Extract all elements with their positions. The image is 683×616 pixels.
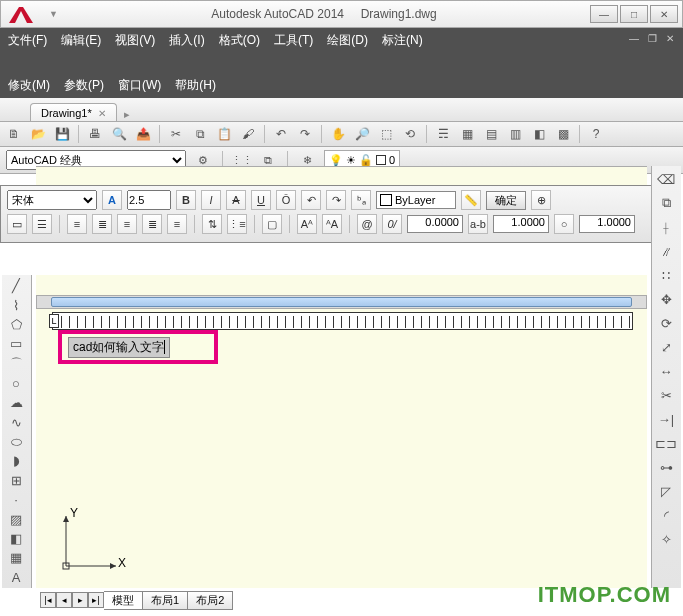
circle-icon[interactable]: ○ (4, 375, 28, 392)
properties-icon[interactable]: ☴ (433, 124, 453, 144)
hatch-icon[interactable]: ▨ (4, 510, 28, 527)
match-icon[interactable]: 🖌 (238, 124, 258, 144)
tab-add-icon[interactable]: ▸ (117, 108, 137, 121)
explode-icon[interactable]: ✧ (654, 528, 678, 550)
align-justify-button[interactable]: ≣ (142, 214, 162, 234)
close-button[interactable]: ✕ (650, 5, 678, 23)
align-center-button[interactable]: ≣ (92, 214, 112, 234)
underline-button[interactable]: U (251, 190, 271, 210)
calc-icon[interactable]: ▩ (553, 124, 573, 144)
menu-file[interactable]: 文件(F) (8, 32, 47, 49)
markup-icon[interactable]: ◧ (529, 124, 549, 144)
break-icon[interactable]: ⊏⊐ (654, 432, 678, 454)
chamfer-icon[interactable]: ◸ (654, 480, 678, 502)
offset-icon[interactable]: ⫽ (654, 240, 678, 262)
justify-button[interactable]: ☰ (32, 214, 52, 234)
spline-icon[interactable]: ∿ (4, 413, 28, 430)
menu-param[interactable]: 参数(P) (64, 77, 104, 94)
pan-icon[interactable]: ✋ (328, 124, 348, 144)
design-center-icon[interactable]: ▦ (457, 124, 477, 144)
preview-icon[interactable]: 🔍 (109, 124, 129, 144)
mirror-icon[interactable]: ⟊ (654, 216, 678, 238)
tab-close-icon[interactable]: ✕ (98, 108, 106, 119)
menu-modify[interactable]: 修改(M) (8, 77, 50, 94)
help-icon[interactable]: ? (586, 124, 606, 144)
options-button[interactable]: ⊕ (531, 190, 551, 210)
print-icon[interactable]: 🖶 (85, 124, 105, 144)
uppercase-button[interactable]: Aᴬ (297, 214, 317, 234)
document-tab[interactable]: Drawing1* ✕ (30, 103, 117, 121)
width-factor-input[interactable]: 1.0000 (579, 215, 635, 233)
italic-button[interactable]: I (201, 190, 221, 210)
open-icon[interactable]: 📂 (28, 124, 48, 144)
zoom-window-icon[interactable]: ⬚ (376, 124, 396, 144)
tool-palette-icon[interactable]: ▤ (481, 124, 501, 144)
table-icon[interactable]: ▦ (4, 549, 28, 566)
polyline-icon[interactable]: ⌇ (4, 296, 28, 313)
menu-draw[interactable]: 绘图(D) (327, 32, 368, 49)
layout-first-button[interactable]: |◂ (40, 592, 56, 608)
paste-icon[interactable]: 📋 (214, 124, 234, 144)
numbering-button[interactable]: ⋮≡ (227, 214, 247, 234)
child-restore-button[interactable]: ❐ (645, 32, 659, 44)
menu-view[interactable]: 视图(V) (115, 32, 155, 49)
copy-obj-icon[interactable]: ⧉ (654, 192, 678, 214)
text-height-input[interactable] (127, 190, 171, 210)
save-icon[interactable]: 💾 (52, 124, 72, 144)
menu-format[interactable]: 格式(O) (219, 32, 260, 49)
text-style-icon[interactable]: A (102, 190, 122, 210)
ok-button[interactable]: 确定 (486, 191, 526, 210)
columns-button[interactable]: ▭ (7, 214, 27, 234)
mtext-input-field[interactable]: cad如何输入文字​ (68, 337, 170, 358)
titlebar-arrow-icon[interactable]: ▼ (49, 9, 58, 19)
menu-edit[interactable]: 编辑(E) (61, 32, 101, 49)
layout-prev-button[interactable]: ◂ (56, 592, 72, 608)
bold-button[interactable]: B (176, 190, 196, 210)
menu-window[interactable]: 窗口(W) (118, 77, 161, 94)
menu-dimension[interactable]: 标注(N) (382, 32, 423, 49)
widthfactor-icon[interactable]: ○ (554, 214, 574, 234)
menu-insert[interactable]: 插入(I) (169, 32, 204, 49)
align-dist-button[interactable]: ≡ (167, 214, 187, 234)
lowercase-button[interactable]: ᴬA (322, 214, 342, 234)
child-minimize-button[interactable]: — (627, 32, 641, 44)
rectangle-icon[interactable]: ▭ (4, 335, 28, 352)
ellipse-arc-icon[interactable]: ◗ (4, 452, 28, 469)
revcloud-icon[interactable]: ☁ (4, 394, 28, 411)
arc-icon[interactable]: ⌒ (4, 355, 28, 373)
child-close-button[interactable]: ✕ (663, 32, 677, 44)
scale-icon[interactable]: ⤢ (654, 336, 678, 358)
align-right-button[interactable]: ≡ (117, 214, 137, 234)
block-icon[interactable]: ⊞ (4, 472, 28, 489)
menu-tools[interactable]: 工具(T) (274, 32, 313, 49)
join-icon[interactable]: ⊶ (654, 456, 678, 478)
move-icon[interactable]: ✥ (654, 288, 678, 310)
region-icon[interactable]: ◧ (4, 530, 28, 547)
ruler-toggle-button[interactable]: 📏 (461, 190, 481, 210)
overline-button[interactable]: Ō (276, 190, 296, 210)
fillet-icon[interactable]: ◜ (654, 504, 678, 526)
maximize-button[interactable]: □ (620, 5, 648, 23)
horizontal-scrollbar[interactable] (36, 295, 647, 309)
rotate-icon[interactable]: ⟳ (654, 312, 678, 334)
strike-button[interactable]: A (226, 190, 246, 210)
oblique-angle-input[interactable]: 0.0000 (407, 215, 463, 233)
layout-next-button[interactable]: ▸ (72, 592, 88, 608)
stack-button[interactable]: ᵇₐ (351, 190, 371, 210)
sheet-set-icon[interactable]: ▥ (505, 124, 525, 144)
polygon-icon[interactable]: ⬠ (4, 316, 28, 333)
stretch-icon[interactable]: ↔ (654, 360, 678, 382)
tracking-input[interactable]: 1.0000 (493, 215, 549, 233)
tracking-icon[interactable]: a-b (468, 214, 488, 234)
copy-icon[interactable]: ⧉ (190, 124, 210, 144)
new-icon[interactable]: 🗎 (4, 124, 24, 144)
extend-icon[interactable]: →| (654, 408, 678, 430)
symbol-button[interactable]: @ (357, 214, 377, 234)
array-icon[interactable]: ∷ (654, 264, 678, 286)
ellipse-icon[interactable]: ⬭ (4, 433, 28, 450)
menu-help[interactable]: 帮助(H) (175, 77, 216, 94)
field-button[interactable]: ▢ (262, 214, 282, 234)
zoom-prev-icon[interactable]: ⟲ (400, 124, 420, 144)
minimize-button[interactable]: — (590, 5, 618, 23)
tab-layout2[interactable]: 布局2 (188, 591, 233, 610)
